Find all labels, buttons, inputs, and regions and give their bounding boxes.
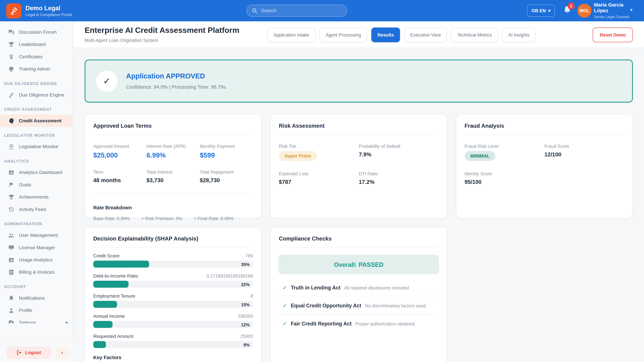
sidebar-item-label: Analytics Dashboard (19, 170, 62, 175)
sidebar-item-usage-analytics[interactable]: Usage Analytics (0, 254, 72, 266)
card-title: Risk Assessment (279, 123, 439, 129)
metric-probability-of-default: Probability of Default 7.9% (359, 144, 438, 161)
ribbon-icon (8, 54, 14, 60)
sidebar-section-legislative-monitor: LEGISLATIVE MONITOR (0, 127, 72, 140)
chevron-down-icon: ▾ (66, 320, 68, 324)
sidebar-item-label: Training Admin (19, 66, 50, 71)
sidebar-item-label: Discussion Forum (19, 29, 57, 34)
user-name: María García López (594, 2, 630, 14)
top-header: Demo Legal Legal & Compliance Portal GB … (0, 0, 644, 21)
sidebar-item-label: Due Diligence Engine (19, 92, 64, 97)
logout-label: Logout (25, 350, 41, 355)
shield-icon (8, 66, 14, 72)
tab-application-intake[interactable]: Application Intake (267, 27, 315, 42)
metric-interest-rate: Interest Rate (APR) 6.99% (146, 144, 200, 159)
check-icon: ✓ (279, 284, 287, 291)
empty-grid-cell (456, 227, 633, 362)
compliance-check-tila: ✓ Truth in Lending Act All required disc… (279, 278, 439, 296)
sidebar-footer: Logout ‹ (0, 342, 73, 362)
sidebar-item-certificates[interactable]: Certificates (0, 50, 72, 63)
sidebar-item-notifications[interactable]: Notifications 3 (0, 292, 72, 304)
bell-icon (8, 295, 14, 301)
sidebar-item-legislative-monitor[interactable]: Legislative Monitor (0, 140, 72, 153)
logout-button[interactable]: Logout (6, 346, 51, 359)
user-role: Senior Legal Counsel (594, 14, 630, 18)
metric-monthly-payment: Monthly Payment $599 (200, 144, 253, 159)
brand-block: Demo Legal Legal & Compliance Portal (26, 4, 72, 17)
notifications-bell[interactable]: 3 (563, 5, 574, 16)
sidebar-item-settings[interactable]: Settings ▾ (0, 317, 72, 324)
check-icon: ✓ (279, 321, 287, 327)
tab-technical-metrics[interactable]: Technical Metrics (451, 27, 498, 42)
sidebar-item-user-management[interactable]: User Management (0, 229, 72, 241)
sidebar-section-account: ACCOUNT (0, 278, 72, 292)
sidebar-item-label: Notifications (19, 296, 44, 300)
sidebar-item-achievements[interactable]: Achievements (0, 191, 72, 203)
sidebar-item-training-admin[interactable]: Training Admin (0, 63, 72, 75)
shap-factor-credit-score: Credit Score 785 35% (93, 253, 253, 268)
metric-identity-score: Identity Score 95/100 (464, 171, 544, 185)
sidebar-section-analytics: ANALYTICS (0, 153, 72, 166)
sidebar-item-goals[interactable]: Goals (0, 178, 72, 191)
user-avatar[interactable]: MGL (578, 4, 591, 17)
tab-executive-view[interactable]: Executive View (404, 27, 447, 42)
risk-tier-badge: Super Prime (279, 151, 317, 161)
fraud-analysis-card: Fraud Analysis Fraud Risk Level MINIMAL … (456, 114, 633, 218)
tab-agent-processing[interactable]: Agent Processing (320, 27, 367, 42)
shap-bar: 35% (93, 261, 253, 268)
shap-factor-requested-amount: Requested Amount 25000 8% (93, 334, 253, 348)
sidebar-item-activity-feed[interactable]: Activity Feed (0, 203, 72, 215)
bar-chart-icon (8, 257, 14, 263)
sidebar-item-label: Credit Assessment (19, 118, 62, 123)
card-title: Fraud Analysis (464, 123, 624, 129)
sidebar-item-profile[interactable]: Profile (0, 304, 72, 317)
user-info[interactable]: María García López Senior Legal Counsel (594, 2, 630, 19)
approved-loan-terms-card: Approved Loan Terms Approved Amount $25,… (84, 114, 262, 218)
gear-icon (8, 320, 14, 324)
sidebar-item-discussion-forum[interactable]: Discussion Forum (0, 26, 72, 38)
card-title: Compliance Checks (279, 236, 439, 242)
sidebar-notifications-badge: 3 (64, 296, 67, 300)
psychology-icon (8, 118, 14, 124)
bar-chart-icon (8, 169, 14, 175)
sidebar-item-license-manager[interactable]: License Manager (0, 241, 72, 254)
search-input[interactable] (261, 8, 335, 13)
sidebar-item-billing-invoices[interactable]: Billing & Invoices (0, 266, 72, 278)
shap-bar: 22% (93, 281, 253, 288)
user-menu-chevron-down-icon[interactable]: ▾ (630, 7, 632, 13)
main-area: Enterprise AI Credit Assessment Platform… (73, 21, 644, 362)
tab-ai-insights[interactable]: AI Insights (502, 27, 536, 42)
results-content: ✓ Application APPROVED Confidence: 94.0%… (73, 48, 644, 362)
risk-assessment-card: Risk Assessment Risk Tier Super Prime Pr… (270, 114, 447, 218)
language-selector[interactable]: GB EN ▾ (527, 4, 555, 17)
flag-icon (8, 182, 14, 188)
metric-expected-loss: Expected Loss $787 (279, 171, 359, 185)
sidebar-collapse-button[interactable]: ‹ (56, 346, 69, 359)
key-factors-heading: Key Factors (93, 355, 253, 360)
compliance-check-fcra: ✓ Fair Credit Reporting Act Proper autho… (279, 314, 439, 332)
language-label: GB EN (532, 8, 546, 13)
shap-factor-employment-tenure: Employment Tenure 8 15% (93, 294, 253, 308)
global-search[interactable] (246, 4, 347, 17)
trophy-icon (8, 194, 14, 200)
sidebar-item-label: License Manager (19, 245, 55, 250)
metric-total-interest: Total Interest $3,730 (146, 169, 200, 183)
sidebar-item-label: Leaderboard (19, 42, 46, 47)
sidebar-item-label: Certificates (19, 54, 42, 59)
gavel-icon (8, 92, 14, 98)
sidebar-item-due-diligence-engine[interactable]: Due Diligence Engine (0, 89, 72, 101)
sidebar-item-leaderboard[interactable]: Leaderboard (0, 38, 72, 50)
tab-results[interactable]: Results (371, 27, 400, 42)
brand-logo-gavel-icon (6, 3, 22, 18)
sidebar-item-analytics-dashboard[interactable]: Analytics Dashboard (0, 166, 72, 178)
sidebar-item-label: Activity Feed (19, 207, 46, 212)
shap-bar: 8% (93, 341, 253, 348)
sidebar-nav: Discussion Forum Leaderboard Certificate… (0, 21, 72, 323)
history-icon (8, 206, 14, 213)
reset-demo-button[interactable]: Reset Demo (593, 27, 633, 42)
sidebar-item-credit-assessment[interactable]: Credit Assessment (0, 114, 72, 127)
sidebar-section-due-diligence: DUE DILIGENCE ENGINE (0, 75, 72, 89)
view-tabs: Application Intake Agent Processing Resu… (267, 27, 536, 42)
compliance-checks-card: Compliance Checks Overall: PASSED ✓ Trut… (270, 227, 447, 362)
metric-approved-amount: Approved Amount $25,000 (93, 144, 146, 159)
